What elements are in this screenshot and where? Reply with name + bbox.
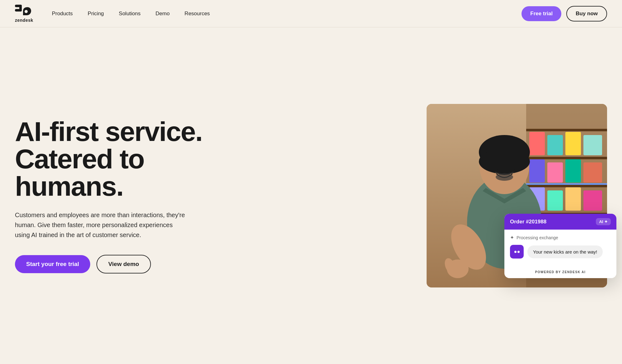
svg-point-34 [510,162,516,170]
dot-2 [517,251,520,253]
svg-rect-7 [526,157,607,159]
svg-rect-13 [565,132,581,155]
hero-left: AI-first service. Catered to humans. Cus… [15,118,208,273]
dot-1 [514,251,517,253]
hero-right: Order #201988 AI ✦ ✦ Processing exchange… [220,104,607,287]
avatar-dots [514,251,520,253]
chat-order-label: Order #201988 [510,219,546,225]
svg-rect-15 [529,159,545,183]
hero-subheading: Customers and employees are more than in… [15,210,189,240]
chat-message-row: Your new kicks are on the way! [510,245,611,259]
nav-link-products[interactable]: Products [52,11,73,17]
hero-section: AI-first service. Catered to humans. Cus… [0,27,622,364]
svg-rect-24 [583,190,602,211]
chat-bubble: Your new kicks are on the way! [527,245,603,258]
chat-body: ✦ Processing exchange Your new kicks are… [504,230,616,268]
chat-avatar [510,245,524,259]
chat-widget: Order #201988 AI ✦ ✦ Processing exchange… [504,214,616,278]
svg-rect-16 [547,162,563,183]
svg-point-33 [493,162,499,170]
svg-rect-12 [547,135,563,155]
hero-heading-line2: Catered to [15,143,144,174]
svg-point-3 [25,10,28,13]
main-nav: zendesk Products Pricing Solutions Demo … [0,0,622,27]
svg-rect-8 [526,185,607,187]
svg-rect-22 [547,190,563,211]
free-trial-button[interactable]: Free trial [521,6,561,21]
hero-heading-line3: humans. [15,171,123,202]
buy-now-button[interactable]: Buy now [566,6,607,21]
svg-rect-20 [526,183,607,185]
svg-rect-2 [15,9,22,12]
zendesk-logo-icon [15,5,31,17]
hero-heading-line1: AI-first service. [15,116,202,147]
nav-actions: Free trial Buy now [521,6,607,21]
brand-logo[interactable]: zendesk [15,5,33,23]
hero-trial-button[interactable]: Start your free trial [15,255,90,273]
svg-rect-14 [583,135,602,155]
processing-label: Processing exchange [517,235,558,240]
nav-link-solutions[interactable]: Solutions [119,11,141,17]
hero-demo-button[interactable]: View demo [96,255,151,273]
chat-header: Order #201988 AI ✦ [504,214,616,230]
chat-powered-by: POWERED BY ZENDESK AI [504,268,616,278]
brand-name: zendesk [15,18,33,23]
chat-processing: ✦ Processing exchange [510,235,611,240]
processing-icon: ✦ [510,235,514,240]
svg-rect-11 [529,132,545,155]
svg-rect-23 [565,187,581,211]
hero-heading: AI-first service. Catered to humans. [15,118,208,200]
svg-point-32 [479,149,530,174]
chat-ai-badge: AI ✦ [596,218,611,225]
svg-rect-6 [526,129,607,131]
nav-links: Products Pricing Solutions Demo Resource… [52,11,522,17]
nav-link-resources[interactable]: Resources [185,11,210,17]
hero-buttons: Start your free trial View demo [15,255,208,273]
nav-link-pricing[interactable]: Pricing [88,11,104,17]
svg-rect-17 [565,159,581,183]
svg-rect-18 [583,162,602,183]
nav-link-demo[interactable]: Demo [156,11,170,17]
